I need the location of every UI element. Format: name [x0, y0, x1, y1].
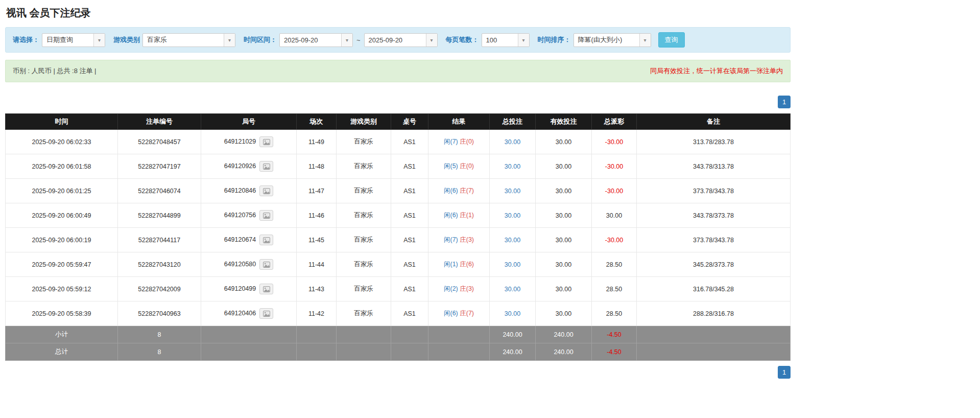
round-id-text: 649121029 — [224, 138, 256, 145]
chevron-down-icon: ▾ — [341, 34, 352, 47]
query-type-select[interactable]: 日期查询 ▾ — [42, 33, 105, 47]
search-button[interactable]: 查询 — [658, 32, 685, 48]
cell-remark: 316.78/345.28 — [637, 277, 791, 301]
cell-payout: -30.00 — [592, 154, 637, 179]
subtotal-valid-bet: 240.00 — [536, 326, 592, 343]
total-bet-link[interactable]: 30.00 — [505, 286, 520, 293]
cell-remark: 343.78/373.78 — [637, 203, 791, 228]
result-player: 闲(5) — [444, 162, 458, 170]
date-from-picker[interactable]: 2025-09-20 ▾ — [279, 33, 353, 47]
cell-result: 闲(1) 庄(6) — [428, 252, 490, 277]
view-round-button[interactable] — [259, 161, 273, 172]
cell-game-type: 百家乐 — [337, 130, 391, 154]
pagination-top: 1 — [5, 96, 791, 108]
total-payout: -4.50 — [592, 343, 637, 361]
cell-result: 闲(6) 庄(7) — [428, 301, 490, 326]
cell-time: 2025-09-20 06:01:58 — [6, 154, 118, 179]
table-row: 2025-09-20 06:00:19 522827044117 6491206… — [6, 228, 791, 252]
date-range-label: 时间区间： — [244, 35, 277, 44]
time-sort-select[interactable]: 降冪(由大到小) ▾ — [573, 33, 651, 47]
table-row: 2025-09-20 06:01:58 522827047197 6491209… — [6, 154, 791, 179]
result-player: 闲(2) — [444, 285, 458, 292]
total-count: 8 — [118, 343, 201, 361]
result-player: 闲(6) — [444, 187, 458, 194]
subtotal-empty-cell — [337, 326, 391, 343]
page-title: 视讯 会员下注纪录 — [5, 4, 791, 27]
total-bet-link[interactable]: 30.00 — [505, 138, 520, 146]
total-bet-link[interactable]: 30.00 — [505, 212, 520, 219]
cell-time: 2025-09-20 06:00:19 — [6, 228, 118, 252]
cell-total-bet: 30.00 — [490, 252, 536, 277]
cell-result: 闲(7) 庄(3) — [428, 228, 490, 252]
cell-bet-id: 522827043120 — [118, 252, 201, 277]
page-size-select[interactable]: 100 ▾ — [482, 33, 530, 47]
cell-valid-bet: 30.00 — [536, 130, 592, 154]
chevron-down-icon: ▾ — [639, 34, 651, 47]
cell-result: 闲(6) 庄(7) — [428, 179, 490, 203]
table-row: 2025-09-20 06:02:33 522827048457 6491210… — [6, 130, 791, 154]
cell-round-id: 649121029 — [201, 130, 297, 154]
table-row: 2025-09-20 06:01:25 522827046074 6491208… — [6, 179, 791, 203]
cell-round-id: 649120926 — [201, 154, 297, 179]
view-round-button[interactable] — [259, 259, 273, 270]
total-bet-link[interactable]: 30.00 — [505, 163, 520, 170]
game-type-label: 游戏类别 — [113, 35, 140, 44]
chevron-down-icon: ▾ — [426, 34, 437, 47]
cell-time: 2025-09-20 06:00:49 — [6, 203, 118, 228]
cell-session: 11-49 — [297, 130, 337, 154]
page-button-1[interactable]: 1 — [778, 366, 791, 379]
snapshot-icon — [263, 311, 270, 317]
total-empty-cell — [337, 343, 391, 361]
cell-table-no: AS1 — [391, 252, 428, 277]
header-round-id: 局号 — [201, 114, 297, 130]
cell-total-bet: 30.00 — [490, 203, 536, 228]
result-player: 闲(6) — [444, 310, 458, 317]
cell-valid-bet: 30.00 — [536, 203, 592, 228]
cell-bet-id: 522827047197 — [118, 154, 201, 179]
table-row: 2025-09-20 06:00:49 522827044899 6491207… — [6, 203, 791, 228]
cell-session: 11-43 — [297, 277, 337, 301]
snapshot-icon — [263, 237, 270, 243]
cell-payout: -30.00 — [592, 179, 637, 203]
view-round-button[interactable] — [259, 284, 273, 294]
snapshot-icon — [263, 213, 270, 219]
cell-session: 11-47 — [297, 179, 337, 203]
snapshot-icon — [263, 262, 270, 268]
table-row: 2025-09-20 05:59:12 522827042009 6491204… — [6, 277, 791, 301]
result-banker: 庄(7) — [460, 310, 474, 317]
total-bet-link[interactable]: 30.00 — [505, 261, 520, 268]
cell-result: 闲(2) 庄(3) — [428, 277, 490, 301]
subtotal-payout: -4.50 — [592, 326, 637, 343]
header-game-type: 游戏类别 — [337, 114, 391, 130]
view-round-button[interactable] — [259, 210, 273, 221]
total-bet-link[interactable]: 30.00 — [505, 310, 520, 317]
page-button-1[interactable]: 1 — [778, 96, 791, 108]
cell-game-type: 百家乐 — [337, 154, 391, 179]
cell-valid-bet: 30.00 — [536, 301, 592, 326]
header-table-no: 桌号 — [391, 114, 428, 130]
view-round-button[interactable] — [259, 185, 273, 196]
result-player: 闲(6) — [444, 212, 458, 219]
cell-time: 2025-09-20 05:58:39 — [6, 301, 118, 326]
view-round-button[interactable] — [259, 235, 273, 245]
result-banker: 庄(3) — [460, 285, 474, 292]
time-sort-label: 时间排序： — [538, 35, 571, 44]
total-bet-link[interactable]: 30.00 — [505, 237, 520, 244]
date-to-picker[interactable]: 2025-09-20 ▾ — [364, 33, 438, 47]
round-id-text: 649120756 — [224, 212, 256, 219]
cell-table-no: AS1 — [391, 154, 428, 179]
game-type-select[interactable]: 百家乐 ▾ — [142, 33, 235, 47]
subtotal-empty-cell — [391, 326, 428, 343]
cell-bet-id: 522827044117 — [118, 228, 201, 252]
view-round-button[interactable] — [259, 136, 273, 147]
cell-total-bet: 30.00 — [490, 301, 536, 326]
view-round-button[interactable] — [259, 308, 273, 319]
header-session: 场次 — [297, 114, 337, 130]
date-range-separator: ~ — [356, 36, 361, 44]
cell-game-type: 百家乐 — [337, 203, 391, 228]
result-banker: 庄(1) — [460, 212, 474, 219]
total-bet-link[interactable]: 30.00 — [505, 188, 520, 195]
cell-game-type: 百家乐 — [337, 277, 391, 301]
total-empty-cell — [391, 343, 428, 361]
cell-valid-bet: 30.00 — [536, 252, 592, 277]
